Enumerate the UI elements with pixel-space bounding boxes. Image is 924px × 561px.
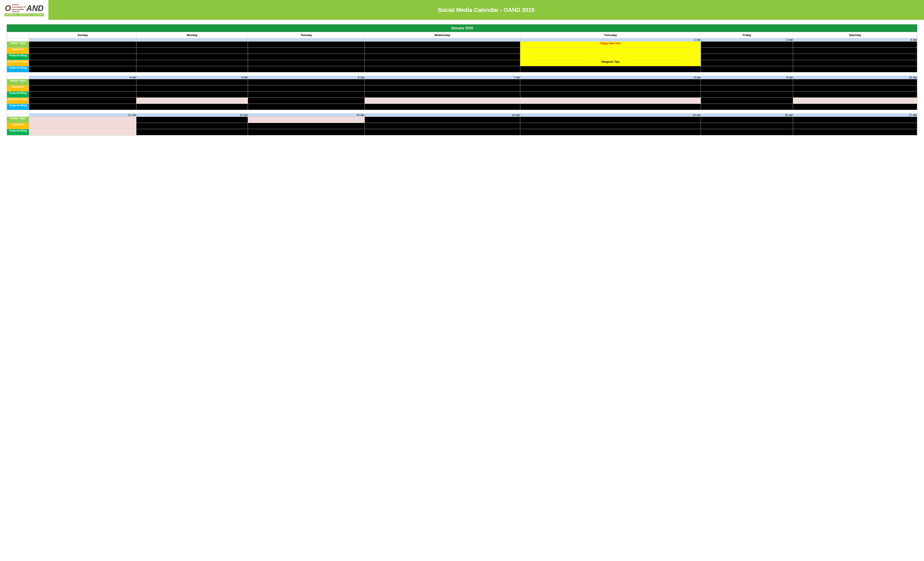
week2-feat-tue xyxy=(248,92,364,98)
week3-twitter-tue xyxy=(248,117,364,123)
week1-kw-sat xyxy=(793,48,917,54)
week1-tue-date xyxy=(248,38,364,42)
calendar-wrapper: January 2015 Sunday Monday Tuesday Wedne… xyxy=(7,24,917,135)
week2-featured-label: Featured Blog xyxy=(7,92,29,98)
page-title: Social Media Calendar - OAND 2015 xyxy=(438,7,535,14)
week1-fb-sat xyxy=(793,60,917,66)
week2-feat2-fri xyxy=(701,104,793,110)
week3-twitter-mon xyxy=(136,117,248,123)
week2-fb-thu xyxy=(520,98,701,104)
col-monday: Monday xyxy=(136,32,248,38)
week3-thu-date: 15-Jan xyxy=(520,114,701,117)
week3-featured-label: Featured Blog xyxy=(7,129,29,135)
week1-feat-fri xyxy=(701,54,793,60)
week2-fb-sun xyxy=(29,98,136,104)
week1-kw-tue xyxy=(248,48,364,54)
week1-featured-label: Featured Blog xyxy=(7,54,29,60)
week2-kw-mon xyxy=(136,86,248,92)
week1-twitter-label: Twitter Topic xyxy=(7,42,29,48)
week2-feat2-wed xyxy=(364,104,520,110)
week1-feat2-sun xyxy=(29,66,136,72)
week2-twitter-row: Twitter Topic xyxy=(7,79,917,86)
col-sunday: Sunday xyxy=(29,32,136,38)
week1-fri-date: 2-Jan xyxy=(701,38,793,42)
week3-sat-date: 17-Jan xyxy=(793,114,917,117)
week2-twitter-tue xyxy=(248,79,364,86)
week1-kw-sun xyxy=(29,48,136,54)
week1-kw-mon xyxy=(136,48,248,54)
col-thursday: Thursday xyxy=(520,32,701,38)
week2-feat2-sat xyxy=(793,104,917,110)
logo-o: O xyxy=(5,4,11,12)
week2-kw-sun xyxy=(29,86,136,92)
spacer-row-2 xyxy=(7,110,917,114)
week3-keywords-label: Keywords xyxy=(7,123,29,129)
week3-feat-sat xyxy=(793,129,917,135)
week3-feat-thu xyxy=(520,129,701,135)
week1-twitter-thu: Happy New Year xyxy=(520,42,701,48)
week1-wed-date xyxy=(364,38,520,42)
week2-feat-thu xyxy=(520,92,701,98)
week2-feat2-mon xyxy=(136,104,248,110)
week2-facebook-label: Facebook Topic xyxy=(7,98,29,104)
week2-feat-mon xyxy=(136,92,248,98)
week2-featured2-label: Featured Blog xyxy=(7,104,29,110)
week1-featured2-label: Featured Blog xyxy=(7,66,29,72)
week2-feat-sat xyxy=(793,92,917,98)
week1-keywords-row: Keywords xyxy=(7,48,917,54)
spacer-row-1 xyxy=(7,72,917,76)
week1-kw-wed xyxy=(364,48,520,54)
week2-mon-date: 5-Jan xyxy=(136,76,248,79)
week3-twitter-label: Twitter Topic xyxy=(7,117,29,123)
week1-fb-thu: Hangover Tips xyxy=(520,60,701,66)
week1-kw-thu xyxy=(520,48,701,54)
week2-kw-fri xyxy=(701,86,793,92)
week3-twitter-sat xyxy=(793,117,917,123)
week1-featured-row: Featured Blog xyxy=(7,54,917,60)
col-saturday: Saturday xyxy=(793,32,917,38)
week3-wed-date: 14-Jan xyxy=(364,114,520,117)
week2-feat-wed xyxy=(364,92,520,98)
week2-kw-sat xyxy=(793,86,917,92)
week3-keywords-row: Keywords xyxy=(7,123,917,129)
week3-featured-row: Featured Blog xyxy=(7,129,917,135)
week1-fb-wed xyxy=(364,60,520,66)
week2-twitter-sun xyxy=(29,79,136,86)
week3-twitter-fri xyxy=(701,117,793,123)
week2-featured-row: Featured Blog xyxy=(7,92,917,98)
logo-tagline: ADVANCING • PROMOTING • INSPIRING xyxy=(4,14,44,16)
week2-feat-fri xyxy=(701,92,793,98)
week3-feat-sun xyxy=(29,129,136,135)
week1-feat-sat xyxy=(793,54,917,60)
week3-fri-date: 16-Jan xyxy=(701,114,793,117)
week2-fb-tue xyxy=(248,98,364,104)
week3-feat-mon xyxy=(136,129,248,135)
week2-fri-date: 9-Jan xyxy=(701,76,793,79)
week3-twitter-row: Twitter Topic xyxy=(7,117,917,123)
week2-fb-wed xyxy=(364,98,520,104)
week1-mon-date xyxy=(136,38,248,42)
week1-featured2-row: Featured Blog xyxy=(7,66,917,72)
week1-kw-fri xyxy=(701,48,793,54)
week3-twitter-sun xyxy=(29,117,136,123)
week3-kw-sun xyxy=(29,123,136,129)
week3-label-spacer xyxy=(7,114,29,117)
week3-tue-date: 13-Jan xyxy=(248,114,364,117)
logo: O OntarioAssociation ofNaturopathicDocto… xyxy=(5,3,44,13)
week1-dates-row: 1-Jan 2-Jan 3-Jan xyxy=(7,38,917,42)
week3-kw-mon xyxy=(136,123,248,129)
week2-sun-date: 4-Jan xyxy=(29,76,136,79)
week3-dates-row: 11-Jan 12-Jan 13-Jan 14-Jan 15-Jan 16-Ja… xyxy=(7,114,917,117)
week1-twitter-tue xyxy=(248,42,364,48)
week2-kw-tue xyxy=(248,86,364,92)
week1-twitter-mon xyxy=(136,42,248,48)
week1-feat-mon xyxy=(136,54,248,60)
week1-feat2-fri xyxy=(701,66,793,72)
week1-label-spacer xyxy=(7,38,29,42)
week1-feat2-sat xyxy=(793,66,917,72)
week2-thu-date: 8-Jan xyxy=(520,76,701,79)
week2-featured2-row: Featured Blog xyxy=(7,104,917,110)
week1-fb-mon xyxy=(136,60,248,66)
week-spacer-2 xyxy=(7,110,917,114)
logo-ontario: OntarioAssociation ofNaturopathicDoctors xyxy=(12,3,26,13)
